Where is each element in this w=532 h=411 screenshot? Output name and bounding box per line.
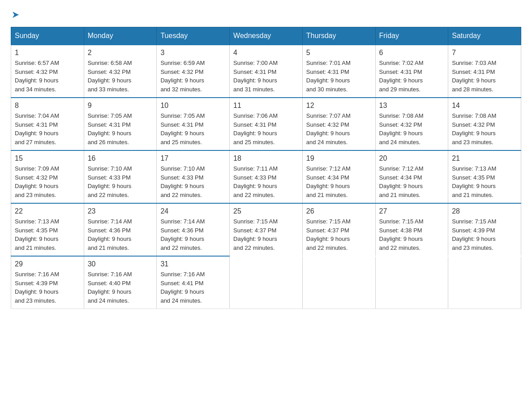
day-number: 21 xyxy=(452,154,517,163)
calendar-cell xyxy=(448,256,521,309)
calendar-header-row: SundayMondayTuesdayWednesdayThursdayFrid… xyxy=(11,27,521,45)
day-number: 12 xyxy=(306,102,372,110)
day-number: 29 xyxy=(15,260,80,268)
day-number: 13 xyxy=(379,102,445,110)
day-number: 2 xyxy=(88,49,153,57)
day-info: Sunrise: 7:12 AM Sunset: 4:34 PM Dayligh… xyxy=(379,164,445,199)
calendar-cell: 30 Sunrise: 7:16 AM Sunset: 4:40 PM Dayl… xyxy=(84,256,157,309)
day-number: 14 xyxy=(452,102,517,110)
calendar-cell: 18 Sunrise: 7:11 AM Sunset: 4:33 PM Dayl… xyxy=(230,150,303,203)
calendar-cell: 10 Sunrise: 7:05 AM Sunset: 4:31 PM Dayl… xyxy=(157,98,230,150)
day-info: Sunrise: 7:14 AM Sunset: 4:36 PM Dayligh… xyxy=(160,217,226,252)
day-info: Sunrise: 6:57 AM Sunset: 4:32 PM Dayligh… xyxy=(15,59,80,94)
day-number: 19 xyxy=(306,154,372,163)
day-number: 3 xyxy=(160,49,226,57)
weekday-header-wednesday: Wednesday xyxy=(230,27,303,45)
day-info: Sunrise: 7:09 AM Sunset: 4:32 PM Dayligh… xyxy=(15,164,80,199)
day-number: 11 xyxy=(233,102,299,110)
day-number: 9 xyxy=(88,102,153,110)
calendar-cell: 14 Sunrise: 7:08 AM Sunset: 4:32 PM Dayl… xyxy=(448,98,521,150)
day-info: Sunrise: 7:16 AM Sunset: 4:39 PM Dayligh… xyxy=(15,270,80,305)
calendar-cell: 24 Sunrise: 7:14 AM Sunset: 4:36 PM Dayl… xyxy=(157,203,230,256)
weekday-header-monday: Monday xyxy=(84,27,157,45)
day-number: 6 xyxy=(379,49,445,57)
day-info: Sunrise: 7:16 AM Sunset: 4:41 PM Dayligh… xyxy=(160,270,226,305)
calendar-table: SundayMondayTuesdayWednesdayThursdayFrid… xyxy=(11,27,521,309)
calendar-cell: 5 Sunrise: 7:01 AM Sunset: 4:31 PM Dayli… xyxy=(302,45,375,98)
day-number: 16 xyxy=(88,154,153,163)
calendar-cell: 31 Sunrise: 7:16 AM Sunset: 4:41 PM Dayl… xyxy=(157,256,230,309)
day-info: Sunrise: 7:16 AM Sunset: 4:40 PM Dayligh… xyxy=(88,270,153,305)
calendar-cell: 21 Sunrise: 7:13 AM Sunset: 4:35 PM Dayl… xyxy=(448,150,521,203)
day-number: 26 xyxy=(306,207,372,215)
weekday-header-tuesday: Tuesday xyxy=(157,27,230,45)
calendar-cell: 3 Sunrise: 6:59 AM Sunset: 4:32 PM Dayli… xyxy=(157,45,230,98)
day-info: Sunrise: 7:01 AM Sunset: 4:31 PM Dayligh… xyxy=(306,59,372,94)
logo xyxy=(11,11,20,18)
day-info: Sunrise: 7:03 AM Sunset: 4:31 PM Dayligh… xyxy=(452,59,517,94)
day-number: 17 xyxy=(160,154,226,163)
day-info: Sunrise: 7:05 AM Sunset: 4:31 PM Dayligh… xyxy=(88,111,153,146)
logo-general-text xyxy=(11,11,20,19)
calendar-week-5: 29 Sunrise: 7:16 AM Sunset: 4:39 PM Dayl… xyxy=(11,256,521,309)
day-number: 28 xyxy=(452,207,517,215)
calendar-cell xyxy=(302,256,375,309)
calendar-cell: 22 Sunrise: 7:13 AM Sunset: 4:35 PM Dayl… xyxy=(11,203,84,256)
day-number: 10 xyxy=(160,102,226,110)
calendar-cell: 20 Sunrise: 7:12 AM Sunset: 4:34 PM Dayl… xyxy=(375,150,448,203)
day-info: Sunrise: 7:06 AM Sunset: 4:31 PM Dayligh… xyxy=(233,111,299,146)
page-header xyxy=(11,11,521,18)
day-info: Sunrise: 6:58 AM Sunset: 4:32 PM Dayligh… xyxy=(88,59,153,94)
calendar-cell xyxy=(375,256,448,309)
day-number: 4 xyxy=(233,49,299,57)
day-info: Sunrise: 7:04 AM Sunset: 4:31 PM Dayligh… xyxy=(15,111,80,146)
calendar-cell: 23 Sunrise: 7:14 AM Sunset: 4:36 PM Dayl… xyxy=(84,203,157,256)
day-info: Sunrise: 7:14 AM Sunset: 4:36 PM Dayligh… xyxy=(88,217,153,252)
calendar-cell: 8 Sunrise: 7:04 AM Sunset: 4:31 PM Dayli… xyxy=(11,98,84,150)
calendar-cell: 4 Sunrise: 7:00 AM Sunset: 4:31 PM Dayli… xyxy=(230,45,303,98)
day-info: Sunrise: 7:15 AM Sunset: 4:37 PM Dayligh… xyxy=(233,217,299,252)
calendar-cell: 25 Sunrise: 7:15 AM Sunset: 4:37 PM Dayl… xyxy=(230,203,303,256)
day-info: Sunrise: 7:11 AM Sunset: 4:33 PM Dayligh… xyxy=(233,164,299,199)
weekday-header-friday: Friday xyxy=(375,27,448,45)
calendar-cell: 7 Sunrise: 7:03 AM Sunset: 4:31 PM Dayli… xyxy=(448,45,521,98)
calendar-cell: 6 Sunrise: 7:02 AM Sunset: 4:31 PM Dayli… xyxy=(375,45,448,98)
day-info: Sunrise: 7:13 AM Sunset: 4:35 PM Dayligh… xyxy=(452,164,517,199)
day-info: Sunrise: 7:10 AM Sunset: 4:33 PM Dayligh… xyxy=(160,164,226,199)
calendar-cell: 13 Sunrise: 7:08 AM Sunset: 4:32 PM Dayl… xyxy=(375,98,448,150)
calendar-cell: 1 Sunrise: 6:57 AM Sunset: 4:32 PM Dayli… xyxy=(11,45,84,98)
day-info: Sunrise: 7:08 AM Sunset: 4:32 PM Dayligh… xyxy=(452,111,517,146)
calendar-week-1: 1 Sunrise: 6:57 AM Sunset: 4:32 PM Dayli… xyxy=(11,45,521,98)
day-number: 7 xyxy=(452,49,517,57)
day-info: Sunrise: 7:08 AM Sunset: 4:32 PM Dayligh… xyxy=(379,111,445,146)
day-number: 22 xyxy=(15,207,80,215)
day-number: 8 xyxy=(15,102,80,110)
day-number: 23 xyxy=(88,207,153,215)
day-info: Sunrise: 7:12 AM Sunset: 4:34 PM Dayligh… xyxy=(306,164,372,199)
day-number: 24 xyxy=(160,207,226,215)
calendar-cell: 29 Sunrise: 7:16 AM Sunset: 4:39 PM Dayl… xyxy=(11,256,84,309)
calendar-cell: 15 Sunrise: 7:09 AM Sunset: 4:32 PM Dayl… xyxy=(11,150,84,203)
day-number: 20 xyxy=(379,154,445,163)
day-info: Sunrise: 7:15 AM Sunset: 4:39 PM Dayligh… xyxy=(452,217,517,252)
calendar-cell: 12 Sunrise: 7:07 AM Sunset: 4:32 PM Dayl… xyxy=(302,98,375,150)
calendar-cell: 27 Sunrise: 7:15 AM Sunset: 4:38 PM Dayl… xyxy=(375,203,448,256)
day-number: 15 xyxy=(15,154,80,163)
day-info: Sunrise: 6:59 AM Sunset: 4:32 PM Dayligh… xyxy=(160,59,226,94)
day-info: Sunrise: 7:02 AM Sunset: 4:31 PM Dayligh… xyxy=(379,59,445,94)
weekday-header-thursday: Thursday xyxy=(302,27,375,45)
calendar-week-4: 22 Sunrise: 7:13 AM Sunset: 4:35 PM Dayl… xyxy=(11,203,521,256)
calendar-cell: 19 Sunrise: 7:12 AM Sunset: 4:34 PM Dayl… xyxy=(302,150,375,203)
day-info: Sunrise: 7:13 AM Sunset: 4:35 PM Dayligh… xyxy=(15,217,80,252)
calendar-cell xyxy=(230,256,303,309)
day-info: Sunrise: 7:05 AM Sunset: 4:31 PM Dayligh… xyxy=(160,111,226,146)
weekday-header-sunday: Sunday xyxy=(11,27,84,45)
day-number: 30 xyxy=(88,260,153,268)
day-number: 1 xyxy=(15,49,80,57)
calendar-week-2: 8 Sunrise: 7:04 AM Sunset: 4:31 PM Dayli… xyxy=(11,98,521,150)
day-number: 27 xyxy=(379,207,445,215)
calendar-cell: 26 Sunrise: 7:15 AM Sunset: 4:37 PM Dayl… xyxy=(302,203,375,256)
calendar-cell: 9 Sunrise: 7:05 AM Sunset: 4:31 PM Dayli… xyxy=(84,98,157,150)
calendar-cell: 28 Sunrise: 7:15 AM Sunset: 4:39 PM Dayl… xyxy=(448,203,521,256)
day-info: Sunrise: 7:07 AM Sunset: 4:32 PM Dayligh… xyxy=(306,111,372,146)
